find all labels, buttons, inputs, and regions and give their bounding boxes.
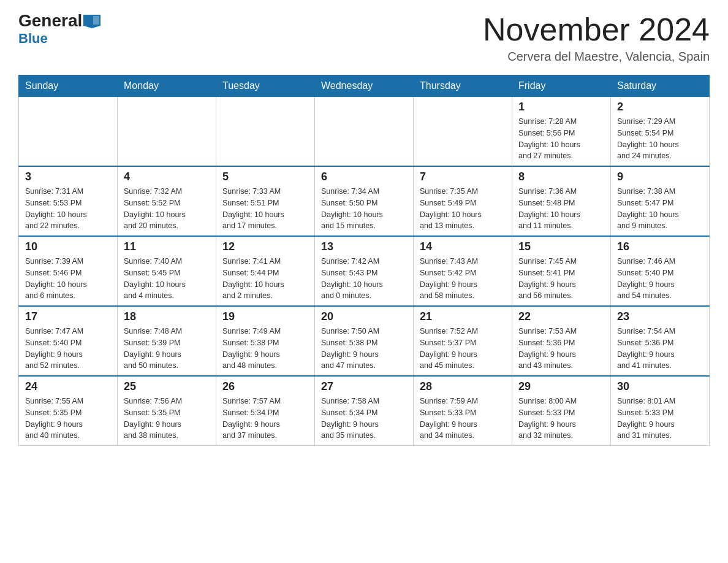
weekday-header-tuesday: Tuesday [216, 75, 315, 97]
calendar-cell: 16Sunrise: 7:46 AM Sunset: 5:40 PM Dayli… [611, 236, 710, 306]
week-row-1: 1Sunrise: 7:28 AM Sunset: 5:56 PM Daylig… [19, 97, 710, 167]
day-number: 8 [518, 170, 604, 183]
day-info: Sunrise: 7:59 AM Sunset: 5:33 PM Dayligh… [420, 396, 506, 442]
day-info: Sunrise: 7:32 AM Sunset: 5:52 PM Dayligh… [124, 186, 210, 232]
day-number: 23 [617, 310, 703, 323]
weekday-header-wednesday: Wednesday [315, 75, 414, 97]
day-info: Sunrise: 7:57 AM Sunset: 5:34 PM Dayligh… [222, 396, 308, 442]
day-info: Sunrise: 7:42 AM Sunset: 5:43 PM Dayligh… [321, 256, 407, 302]
day-info: Sunrise: 8:00 AM Sunset: 5:33 PM Dayligh… [518, 396, 604, 442]
page-header: General Blue November 2024 Cervera del M… [18, 12, 710, 64]
logo-text-general: General [18, 12, 82, 29]
day-number: 22 [518, 310, 604, 323]
logo-text-blue: Blue [18, 31, 48, 47]
day-info: Sunrise: 7:38 AM Sunset: 5:47 PM Dayligh… [617, 186, 703, 232]
calendar-cell: 13Sunrise: 7:42 AM Sunset: 5:43 PM Dayli… [315, 236, 414, 306]
day-number: 1 [518, 101, 604, 113]
calendar-cell: 10Sunrise: 7:39 AM Sunset: 5:46 PM Dayli… [19, 236, 118, 306]
location-subtitle: Cervera del Maestre, Valencia, Spain [483, 50, 710, 64]
day-number: 14 [420, 240, 506, 253]
week-row-5: 24Sunrise: 7:55 AM Sunset: 5:35 PM Dayli… [19, 376, 710, 446]
day-number: 2 [617, 101, 703, 113]
calendar-cell: 27Sunrise: 7:58 AM Sunset: 5:34 PM Dayli… [315, 376, 414, 446]
day-number: 10 [25, 240, 111, 253]
day-info: Sunrise: 7:43 AM Sunset: 5:42 PM Dayligh… [420, 256, 506, 302]
day-info: Sunrise: 8:01 AM Sunset: 5:33 PM Dayligh… [617, 396, 703, 442]
week-row-2: 3Sunrise: 7:31 AM Sunset: 5:53 PM Daylig… [19, 166, 710, 236]
day-info: Sunrise: 7:45 AM Sunset: 5:41 PM Dayligh… [518, 256, 604, 302]
calendar-cell: 6Sunrise: 7:34 AM Sunset: 5:50 PM Daylig… [315, 166, 414, 236]
weekday-header-saturday: Saturday [611, 75, 710, 97]
logo: General Blue [18, 12, 100, 47]
calendar-header-row: SundayMondayTuesdayWednesdayThursdayFrid… [19, 75, 710, 97]
calendar-cell: 25Sunrise: 7:56 AM Sunset: 5:35 PM Dayli… [118, 376, 216, 446]
day-number: 12 [222, 240, 308, 253]
calendar-cell: 12Sunrise: 7:41 AM Sunset: 5:44 PM Dayli… [216, 236, 315, 306]
day-info: Sunrise: 7:56 AM Sunset: 5:35 PM Dayligh… [124, 396, 210, 442]
day-info: Sunrise: 7:50 AM Sunset: 5:38 PM Dayligh… [321, 326, 407, 372]
day-number: 15 [518, 240, 604, 253]
day-number: 11 [124, 240, 210, 253]
calendar-cell: 23Sunrise: 7:54 AM Sunset: 5:36 PM Dayli… [611, 306, 710, 376]
day-number: 13 [321, 240, 407, 253]
calendar-cell: 22Sunrise: 7:53 AM Sunset: 5:36 PM Dayli… [512, 306, 611, 376]
weekday-header-sunday: Sunday [19, 75, 118, 97]
day-info: Sunrise: 7:54 AM Sunset: 5:36 PM Dayligh… [617, 326, 703, 372]
day-info: Sunrise: 7:39 AM Sunset: 5:46 PM Dayligh… [25, 256, 111, 302]
day-info: Sunrise: 7:55 AM Sunset: 5:35 PM Dayligh… [25, 396, 111, 442]
calendar-cell: 8Sunrise: 7:36 AM Sunset: 5:48 PM Daylig… [512, 166, 611, 236]
day-info: Sunrise: 7:33 AM Sunset: 5:51 PM Dayligh… [222, 186, 308, 232]
day-info: Sunrise: 7:53 AM Sunset: 5:36 PM Dayligh… [518, 326, 604, 372]
day-info: Sunrise: 7:52 AM Sunset: 5:37 PM Dayligh… [420, 326, 506, 372]
day-number: 7 [420, 170, 506, 183]
week-row-4: 17Sunrise: 7:47 AM Sunset: 5:40 PM Dayli… [19, 306, 710, 376]
calendar-cell: 15Sunrise: 7:45 AM Sunset: 5:41 PM Dayli… [512, 236, 611, 306]
calendar-cell: 24Sunrise: 7:55 AM Sunset: 5:35 PM Dayli… [19, 376, 118, 446]
day-info: Sunrise: 7:36 AM Sunset: 5:48 PM Dayligh… [518, 186, 604, 232]
day-number: 6 [321, 170, 407, 183]
day-number: 29 [518, 380, 604, 393]
weekday-header-monday: Monday [118, 75, 216, 97]
day-number: 3 [25, 170, 111, 183]
day-number: 18 [124, 310, 210, 323]
calendar-cell [19, 97, 118, 167]
calendar-cell: 14Sunrise: 7:43 AM Sunset: 5:42 PM Dayli… [414, 236, 512, 306]
calendar-cell [414, 97, 512, 167]
day-number: 17 [25, 310, 111, 323]
calendar-cell: 11Sunrise: 7:40 AM Sunset: 5:45 PM Dayli… [118, 236, 216, 306]
calendar-cell: 19Sunrise: 7:49 AM Sunset: 5:38 PM Dayli… [216, 306, 315, 376]
calendar-cell: 3Sunrise: 7:31 AM Sunset: 5:53 PM Daylig… [19, 166, 118, 236]
day-number: 4 [124, 170, 210, 183]
day-info: Sunrise: 7:58 AM Sunset: 5:34 PM Dayligh… [321, 396, 407, 442]
day-number: 21 [420, 310, 506, 323]
day-number: 5 [222, 170, 308, 183]
day-info: Sunrise: 7:31 AM Sunset: 5:53 PM Dayligh… [25, 186, 111, 232]
day-number: 27 [321, 380, 407, 393]
day-info: Sunrise: 7:49 AM Sunset: 5:38 PM Dayligh… [222, 326, 308, 372]
day-number: 25 [124, 380, 210, 393]
day-info: Sunrise: 7:28 AM Sunset: 5:56 PM Dayligh… [518, 116, 604, 162]
day-number: 9 [617, 170, 703, 183]
day-info: Sunrise: 7:34 AM Sunset: 5:50 PM Dayligh… [321, 186, 407, 232]
day-number: 28 [420, 380, 506, 393]
day-info: Sunrise: 7:29 AM Sunset: 5:54 PM Dayligh… [617, 116, 703, 162]
calendar-cell [118, 97, 216, 167]
weekday-header-thursday: Thursday [414, 75, 512, 97]
calendar-table: SundayMondayTuesdayWednesdayThursdayFrid… [18, 75, 710, 446]
month-year-title: November 2024 [483, 12, 710, 47]
calendar-cell: 26Sunrise: 7:57 AM Sunset: 5:34 PM Dayli… [216, 376, 315, 446]
calendar-cell: 4Sunrise: 7:32 AM Sunset: 5:52 PM Daylig… [118, 166, 216, 236]
calendar-cell: 18Sunrise: 7:48 AM Sunset: 5:39 PM Dayli… [118, 306, 216, 376]
day-info: Sunrise: 7:35 AM Sunset: 5:49 PM Dayligh… [420, 186, 506, 232]
calendar-cell [216, 97, 315, 167]
calendar-cell: 9Sunrise: 7:38 AM Sunset: 5:47 PM Daylig… [611, 166, 710, 236]
week-row-3: 10Sunrise: 7:39 AM Sunset: 5:46 PM Dayli… [19, 236, 710, 306]
calendar-cell: 20Sunrise: 7:50 AM Sunset: 5:38 PM Dayli… [315, 306, 414, 376]
logo-arrow-icon [83, 15, 100, 28]
day-number: 30 [617, 380, 703, 393]
calendar-cell: 30Sunrise: 8:01 AM Sunset: 5:33 PM Dayli… [611, 376, 710, 446]
weekday-header-friday: Friday [512, 75, 611, 97]
calendar-cell: 2Sunrise: 7:29 AM Sunset: 5:54 PM Daylig… [611, 97, 710, 167]
calendar-cell: 29Sunrise: 8:00 AM Sunset: 5:33 PM Dayli… [512, 376, 611, 446]
day-info: Sunrise: 7:48 AM Sunset: 5:39 PM Dayligh… [124, 326, 210, 372]
